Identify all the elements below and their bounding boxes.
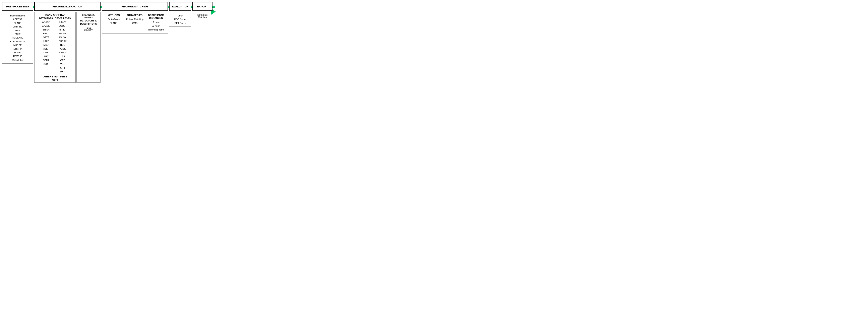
preprocessing-fahe: FAHE [4,32,31,36]
strategy-robust: Robust Matching [125,18,145,21]
preprocessing-cmbfhe: CMBFHE [4,25,31,29]
strategy-gms: GMS [125,21,145,25]
dist-l1: L1 norm [146,20,166,24]
pipeline-container: PREPROCESSING Decolorization ACEBSF CLAH… [2,2,215,83]
det-mser: MSER [39,47,53,51]
dist-hamming: Hamming norm [146,28,166,32]
preprocessing-body: Decolorization ACEBSF CLAHE CMBFHE DHE F… [2,12,33,64]
det-sift: SIFT [39,55,53,58]
eval-det: DET Curve [172,21,189,25]
desc-daisy: DAISY [55,35,71,39]
eval-error: Error [172,14,189,18]
desc-lss: LSS [55,55,71,58]
descriptors-label: DESCRIPTORS [55,17,71,20]
desc-freak: FREAK [55,39,71,43]
other-strategies-section: OTHER STRATEGIES ASIFT [36,75,74,81]
preprocessing-dhe: DHE [4,29,31,32]
desc-vgg: VGG [55,62,71,66]
preprocessing-hmclahe: HMCLAHE [4,36,31,39]
other-strategies-label: OTHER STRATEGIES [36,75,74,78]
feature-extraction-header: FEATURE EXTRACTION [34,2,100,11]
learning-based-title: LEARNING-BASED [79,14,98,19]
det-fast: FAST [39,32,53,35]
preprocessing-msrcp: MSRCP [4,43,31,47]
learning-r2d2: R2D2 [79,27,98,29]
method-bruteforce: Brute-Force [104,18,123,21]
preprocessing-rswhe: RSWHE [4,54,31,58]
feature-matching-column: FEATURE MATCHING METHODS Brute-Force FLA… [102,2,168,33]
learning-based-box: LEARNING-BASED DETECTORS & DESCRIPTORS R… [76,12,100,83]
preprocessing-clahe: CLAHE [4,21,31,25]
distances-col: DESCRIPTOR DISTANCES L1 norm L2 norm Ham… [146,14,166,32]
det-agast: AGAST [39,20,53,24]
det-orb: ORB [39,51,53,55]
eval-roc: ROC Curve [172,18,189,21]
det-gftt: GFTT [39,35,53,39]
preprocessing-wallis: Wallis Filter [4,58,31,62]
preprocessing-pohe: POHE [4,51,31,54]
handcrafted-box: HAND-CRAFTED DETECTORS AGAST AKAZE BRISK… [34,12,75,83]
strategies-label: STRATEGIES [125,14,145,17]
det-brisk: BRISK [39,28,53,32]
det-star: STAR [39,58,53,62]
det-kaze: KAZE [39,39,53,43]
det-msd: MSD [39,43,53,47]
detectors-label: DETECTORS [39,17,53,20]
preprocessing-acebsf: ACEBSF [4,18,31,21]
learning-based-subtitle: DETECTORS & [79,20,98,22]
feature-extraction-column: FEATURE EXTRACTION HAND-CRAFTED DETECTOR… [34,2,100,83]
method-flann: FLANN [104,21,123,25]
export-keypoints: Keypoints [194,13,211,16]
learning-d2net: D2-NET [79,29,98,31]
det-akaze: AKAZE [39,24,53,28]
distances-label: DESCRIPTOR DISTANCES [146,14,166,20]
handcrafted-cols: DETECTORS AGAST AKAZE BRISK FAST GFTT KA… [36,17,74,73]
export-matches: Matches [194,16,211,19]
export-body: Keypoints Matches [192,12,213,20]
desc-hog: HOG [55,43,71,47]
evaluation-header: EVALUATION [169,2,191,11]
feature-matching-header: FEATURE MATCHING [102,2,168,11]
preprocessing-lce-bsescs: LCE-BSESCS [4,40,31,43]
preprocessing-header: PREPROCESSING [2,2,33,11]
export-header: EXPORT [192,2,213,11]
desc-boost: BOOST [55,24,71,28]
detectors-col: DETECTORS AGAST AKAZE BRISK FAST GFTT KA… [39,17,53,73]
preprocessing-decolorization: Decolorization [4,14,31,18]
learning-based-subtitle2: DESCRIPTORS [79,23,98,25]
preprocessing-column: PREPROCESSING Decolorization ACEBSF CLAH… [2,2,33,64]
feature-extraction-body: HAND-CRAFTED DETECTORS AGAST AKAZE BRISK… [34,12,100,83]
handcrafted-title: HAND-CRAFTED [36,13,74,16]
desc-latch: LATCH [55,51,71,55]
desc-akaze: AKAZE [55,20,71,24]
feature-matching-body: METHODS Brute-Force FLANN STRATEGIES Rob… [102,12,168,33]
methods-label: METHODS [104,14,123,17]
other-strategies-asift: ASIFT [36,79,74,81]
evaluation-body: Error ROC Curve DET Curve [169,12,191,27]
desc-brisk: BRISK [55,32,71,35]
desc-brief: BRIEF [55,28,71,32]
desc-orb: ORB [55,58,71,62]
methods-col: METHODS Brute-Force FLANN [104,14,123,32]
preprocessing-noshp: NOSHP [4,47,31,51]
desc-sift: SIFT [55,66,71,70]
dist-l2: L2 norm [146,24,166,28]
evaluation-column: EVALUATION Error ROC Curve DET Curve [169,2,191,27]
descriptors-col: DESCRIPTORS AKAZE BOOST BRIEF BRISK DAIS… [55,17,71,73]
desc-kaze: KAZE [55,47,71,51]
desc-surf: SURF [55,70,71,73]
det-surf: SURF [39,62,53,66]
export-column: EXPORT Keypoints Matches [192,2,213,20]
strategies-col: STRATEGIES Robust Matching GMS [125,14,145,32]
